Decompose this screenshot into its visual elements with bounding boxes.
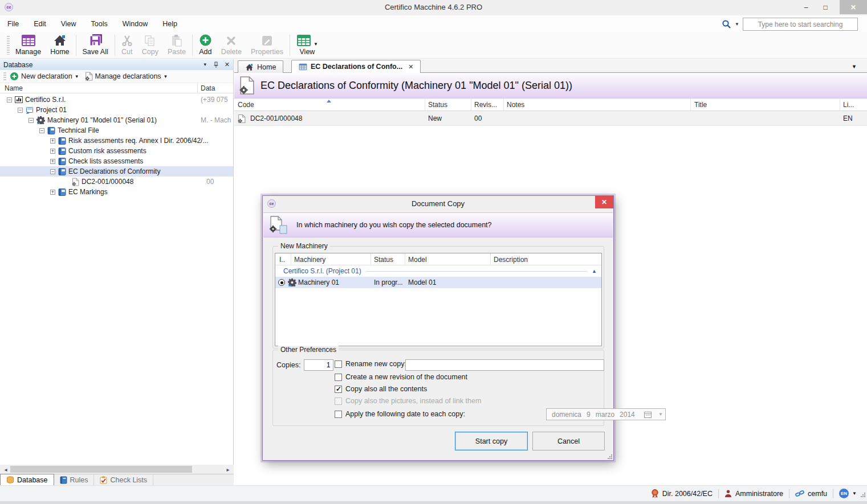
collapse-icon[interactable]: − [7,97,12,103]
minimize-button[interactable]: – [797,0,815,14]
resize-grip[interactable] [608,454,612,459]
tree-item-technical-file[interactable]: − Technical File [0,125,233,136]
collapse-icon[interactable]: − [39,128,44,133]
properties-button[interactable]: Properties [246,32,288,58]
tab-home[interactable]: Home [238,60,283,73]
directive-status[interactable]: Dir. 2006/42/EC [651,489,713,498]
new-declaration-button[interactable]: New declaration [21,72,72,80]
panel-menu-caret-icon[interactable]: ▼ [203,62,207,67]
dialog-close-button[interactable]: ✕ [595,196,613,208]
menu-tools[interactable]: Tools [84,20,115,28]
column-title[interactable]: Title [694,101,707,109]
view-button[interactable]: ▼ View [292,32,323,58]
column-machinery[interactable]: Machinery [294,256,325,264]
expand-icon[interactable]: + [50,190,55,195]
column-revision[interactable]: Revis... [474,101,497,109]
apply-date-option[interactable]: Apply the following date to each copy: d… [335,410,465,418]
tab-rules[interactable]: Rules [54,474,95,485]
collapse-icon[interactable]: − [50,169,55,174]
tree-item-check-lists[interactable]: + Check lists assessments [0,156,233,166]
manage-declarations-icon [85,72,93,81]
scroll-right-icon[interactable]: ▸ [223,466,233,473]
save-all-button[interactable]: Save All [78,32,113,58]
column-notes[interactable]: Notes [507,101,524,109]
tree-item-risk-assessments[interactable]: + Risk assessments req. Annex I Dir. 200… [0,136,233,146]
copy-contents-checkbox[interactable] [335,386,342,393]
rename-input[interactable] [405,359,604,371]
column-model[interactable]: Model [408,256,427,264]
tree-item-custom-risk[interactable]: + Custom risk assessments [0,146,233,156]
copies-input[interactable] [304,359,333,371]
collapse-icon[interactable]: − [29,118,34,123]
user-status[interactable]: Amministratore [724,490,783,498]
date-picker[interactable]: domenica 9 marzo 2014 ▼ [546,408,666,420]
tree-item-dc2-document[interactable]: DC2-001/000048 00 [0,177,233,187]
maximize-button[interactable]: □ [817,0,834,14]
expand-icon[interactable]: + [50,149,55,154]
search-icon[interactable] [722,19,731,29]
tab-database[interactable]: Database [0,474,54,485]
tree-column-header[interactable]: Name Data [0,83,233,93]
machinery-row[interactable]: Machinery 01 In progr... Model 01 [275,277,601,288]
add-button[interactable]: Add [194,32,217,58]
column-status[interactable]: Status [374,256,393,264]
rename-checkbox[interactable] [335,360,342,368]
menu-help[interactable]: Help [155,20,185,28]
column-id[interactable]: I.. [279,256,285,264]
document-row[interactable]: DC2-001/000048 New 00 EN [234,111,867,126]
copy-button[interactable]: Copy [137,32,163,58]
scrollbar-thumb[interactable] [10,466,192,473]
tree-item-project[interactable]: − Project 01 [0,105,233,115]
column-description[interactable]: Description [494,256,528,264]
horizontal-scrollbar[interactable]: ◂ ▸ [0,465,234,474]
menu-file[interactable]: File [0,20,26,28]
name-column-header[interactable]: Name [5,84,23,92]
expand-icon[interactable]: + [50,159,55,164]
tree-item-ec-declarations[interactable]: − EC Declarations of Conformity [0,166,233,177]
window-titlebar: ce Certifico Macchine 4.6.2 PRO – □ ✕ [0,0,867,15]
menu-view[interactable]: View [54,20,84,28]
expand-icon[interactable]: + [50,138,55,144]
tab-overflow-caret-icon[interactable]: ▼ [852,64,857,69]
menu-edit[interactable]: Edit [26,20,54,28]
language-selector[interactable]: EN ▼ [839,489,857,498]
scroll-left-icon[interactable]: ◂ [1,466,10,473]
delete-button[interactable]: Delete [217,32,246,58]
search-options-caret-icon[interactable]: ▼ [735,22,739,27]
panel-close-icon[interactable]: ✕ [225,61,230,68]
close-button[interactable]: ✕ [840,0,867,14]
apply-date-checkbox[interactable] [335,411,342,418]
copy-contents-option[interactable]: Copy also all the contents [335,385,427,393]
manage-declarations-caret-icon[interactable]: ▼ [164,74,168,79]
project-group-row[interactable]: Certifico S.r.l. (Project 01) ▲ [275,265,601,277]
column-language[interactable]: Li... [843,101,854,109]
tree-item-machinery[interactable]: − Machinery 01 "Model 01" (Serial 01) M.… [0,115,233,125]
manage-declarations-button[interactable]: Manage declarations [95,72,161,80]
start-copy-button[interactable]: Start copy [455,432,528,450]
tab-ec-declarations[interactable]: EC Declarations of Confo... ✕ [291,60,421,73]
paste-button[interactable]: Paste [163,32,190,58]
new-revision-option[interactable]: Create a new revision of the document [335,373,467,381]
panel-pin-icon[interactable] [213,62,219,68]
data-column-header[interactable]: Data [201,84,215,92]
tab-close-icon[interactable]: ✕ [408,63,413,71]
cancel-button[interactable]: Cancel [532,432,605,450]
new-declaration-caret-icon[interactable]: ▼ [75,74,79,79]
tab-check-lists[interactable]: Check Lists [94,474,153,485]
home-button[interactable]: Home [46,32,74,58]
tree-item-ec-markings[interactable]: + EC Markings [0,187,233,197]
cut-button[interactable]: Cut [117,32,137,58]
rename-option[interactable]: Rename new copy: [335,360,406,368]
resize-grip[interactable] [861,493,865,497]
search-input[interactable] [743,18,858,31]
connection-status[interactable]: cemfu [795,490,827,498]
collapse-icon[interactable]: − [18,108,23,113]
collapse-chevron-icon[interactable]: ▲ [592,268,597,274]
column-code[interactable]: Code [238,101,254,109]
manage-button[interactable]: Manage [11,32,46,58]
new-revision-checkbox[interactable] [335,374,342,381]
tree-item-company[interactable]: − Certifico S.r.l. (+39 075 [0,95,233,105]
machinery-radio[interactable] [278,279,285,286]
column-status[interactable]: Status [428,101,447,109]
menu-window[interactable]: Window [115,20,155,28]
